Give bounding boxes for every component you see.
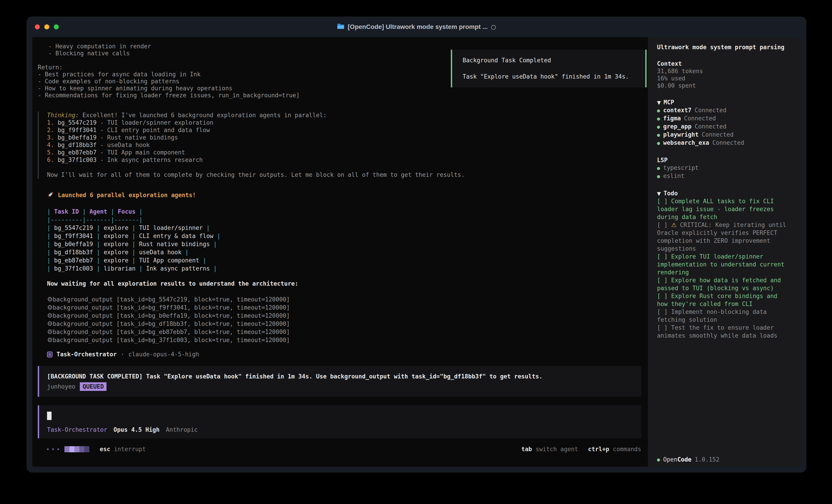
text-cursor — [47, 412, 52, 420]
content-frame: Background Task Completed Task "Explore … — [32, 37, 801, 467]
mcp-item: ●playwrightConnected — [657, 131, 790, 139]
lsp-item: ●eslint — [657, 172, 790, 180]
announce-text: Launched 6 parallel exploration agents! — [58, 192, 196, 198]
todo-item: [ ] Test the fix to ensure loader animat… — [657, 324, 790, 340]
context-spent: $0.00 spent — [657, 82, 790, 89]
thinking-item: 5. bg_eb87ebb7 - TUI App main component — [47, 149, 641, 156]
toast-body: Task "Explore useData hook" finished in … — [463, 73, 635, 80]
agent-icon — [47, 352, 52, 358]
toast-title: Background Task Completed — [463, 57, 635, 64]
terminal-main: Background Task Completed Task "Explore … — [32, 37, 648, 467]
prompt-input[interactable]: Task-Orchestrator Opus 4.5 High Anthropi… — [38, 405, 641, 438]
minimize-button[interactable] — [44, 24, 49, 29]
waiting-line: Now waiting for all exploration results … — [47, 280, 641, 287]
gear-icon: ⚙ — [47, 320, 53, 328]
window-title-text: [OpenCode] Ultrawork mode system prompt … — [348, 23, 488, 30]
table-row: | bg_5547c219 | explore | TUI loader/spi… — [47, 224, 641, 232]
mcp-item: ●grep_appConnected — [657, 122, 790, 131]
table-row: | bg_37f1c003 | librarian | Ink async pa… — [47, 264, 641, 273]
thinking-intro: Thinking: Excellent! I've launched 6 bac… — [47, 112, 641, 119]
status-dot-icon: ● — [657, 131, 660, 139]
background-completed-meta: junhoyeo QUEUED — [47, 382, 634, 391]
status-dot-icon: ● — [657, 123, 660, 131]
sidebar: Ultrawork mode system prompt parsing Con… — [648, 37, 801, 467]
result-line: - Recommendations for fixing loader free… — [38, 92, 641, 99]
lsp-item: ●typescript — [657, 164, 790, 172]
thinking-item: 4. bg_df18bb3f - useData hook — [47, 141, 641, 149]
thinking-item: 1. bg_5547c219 - TUI loader/spinner expl… — [47, 119, 641, 127]
ctrlp-key-label: commands — [613, 446, 641, 452]
close-button[interactable] — [35, 24, 40, 29]
status-dot-icon: ● — [657, 456, 660, 464]
thinking-item: 2. bg_f9ff3041 - CLI entry point and dat… — [47, 127, 641, 134]
tool-call-line: ⚙background_output [task_id=bg_eb87ebb7,… — [47, 328, 641, 336]
lsp-heading: LSP — [657, 157, 790, 164]
username: junhoyeo — [47, 383, 75, 391]
status-dot-icon: ● — [657, 107, 660, 114]
status-right: tab switch agent ctrl+p commands — [521, 446, 641, 452]
thinking-label: Thinking: — [47, 112, 79, 118]
esc-key-label: interrupt — [114, 446, 146, 452]
status-dot-icon: ● — [657, 172, 660, 180]
context-heading: Context — [657, 60, 790, 67]
todo-item: [ ] ⚠ CRITICAL: Keep iterating until Ora… — [657, 221, 790, 253]
table-row: | bg_eb87ebb7 | explore | TUI App compon… — [47, 256, 641, 264]
table-row: | bg_b0effa19 | explore | Rust native bi… — [47, 240, 641, 248]
todo-item: [ ] Implement non-blocking data fetching… — [657, 308, 790, 324]
mcp-heading[interactable]: ▼MCP — [657, 99, 790, 106]
tool-call-line: ⚙background_output [task_id=bg_5547c219,… — [47, 296, 641, 304]
thinking-blank-line — [47, 164, 641, 171]
table-row: | bg_df18bb3f | explore | useData hook | — [47, 248, 641, 256]
table-separator-row: |---------|-------|-------| — [47, 216, 641, 224]
title-bar: [OpenCode] Ultrawork mode system prompt … — [27, 17, 806, 37]
esc-key-hint: esc — [100, 446, 110, 452]
agent-status-line: Task-Orchestrator · claude-opus-4-5-high — [47, 351, 641, 358]
spinner-gradient-icon — [64, 446, 89, 452]
dot-separator: · — [121, 351, 124, 358]
input-agent[interactable]: Task-Orchestrator — [47, 426, 107, 433]
rocket-icon — [47, 191, 54, 199]
gear-icon: ⚙ — [47, 312, 53, 319]
app-window: [OpenCode] Ultrawork mode system prompt … — [27, 17, 806, 472]
status-dot-icon: ● — [657, 164, 660, 172]
mcp-item: ●figmaConnected — [657, 114, 790, 122]
background-completed-box: [BACKGROUND TASK COMPLETED] Task "Explor… — [38, 366, 641, 397]
tool-call-list: ⚙background_output [task_id=bg_5547c219,… — [47, 296, 641, 344]
window-title: [OpenCode] Ultrawork mode system prompt … — [337, 23, 496, 30]
input-model[interactable]: Opus 4.5 High — [113, 426, 160, 433]
thinking-item: 3. bg_b0effa19 - Rust native bindings — [47, 134, 641, 141]
table-row: | bg_f9ff3041 | explore | CLI entry & da… — [47, 232, 641, 240]
toast-notification[interactable]: Background Task Completed Task "Explore … — [451, 50, 647, 87]
chevron-down-icon: ▼ — [657, 100, 661, 106]
status-bar: esc interrupt tab switch agent ctrl+p co… — [38, 443, 641, 455]
ctrlp-key-hint: ctrl+p — [588, 446, 609, 452]
status-dot-icon: ● — [657, 115, 660, 122]
zoom-button[interactable] — [54, 24, 59, 29]
tab-key-label: switch agent — [536, 446, 578, 452]
thinking-item: 6. bg_37f1c003 - Ink async patterns rese… — [47, 156, 641, 164]
todo-item: [ ] Explore TUI loader/spinner implement… — [657, 253, 790, 276]
input-meta: Task-Orchestrator Opus 4.5 High Anthropi… — [47, 426, 634, 433]
table-header-row: | Task ID | Agent | Focus | — [47, 207, 641, 216]
todo-item: [ ] Explore how data is fetched and pass… — [657, 276, 790, 292]
folder-icon — [337, 23, 344, 30]
agent-name: Task-Orchestrator — [56, 351, 116, 358]
todo-item: [ ] Complete ALL tasks to fix CLI loader… — [657, 197, 790, 221]
gear-icon: ⚙ — [47, 336, 53, 344]
thinking-block: Thinking: Excellent! I've launched 6 bac… — [38, 112, 641, 178]
status-dot-icon: ● — [657, 139, 660, 147]
app-version: 1.0.152 — [695, 456, 720, 464]
input-provider: Anthropic — [166, 426, 198, 433]
spinner-dots-icon — [47, 448, 59, 450]
thinking-outro: Now I'll wait for all of them to complet… — [47, 171, 641, 178]
traffic-lights — [35, 17, 59, 37]
gear-icon: ⚙ — [47, 304, 53, 311]
todo-heading[interactable]: ▼Todo — [657, 190, 790, 197]
tool-call-line: ⚙background_output [task_id=bg_df18bb3f,… — [47, 320, 641, 328]
context-tokens: 31,686 tokens — [657, 67, 790, 75]
gear-icon: ⚙ — [47, 296, 53, 303]
proxy-status-icon: ○ — [491, 24, 496, 30]
background-completed-message: [BACKGROUND TASK COMPLETED] Task "Explor… — [47, 372, 634, 381]
agents-table: | Task ID | Agent | Focus | |---------|-… — [47, 207, 641, 273]
session-title: Ultrawork mode system prompt parsing — [657, 44, 790, 51]
